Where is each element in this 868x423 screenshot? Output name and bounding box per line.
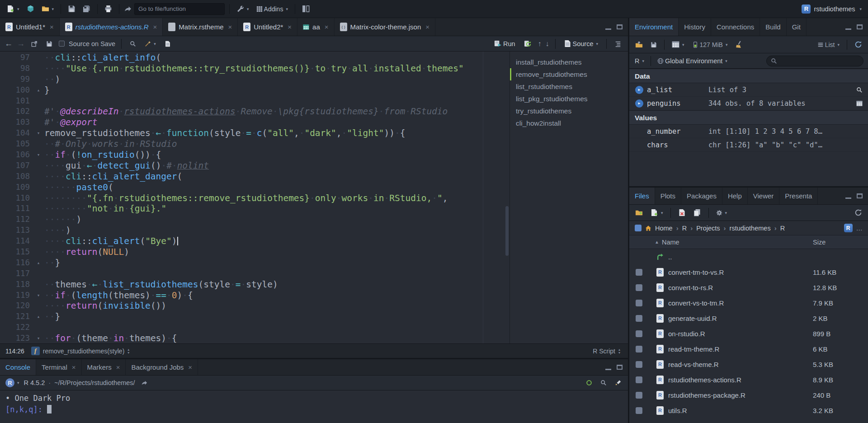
file-name[interactable]: rstudiothemes-actions.R xyxy=(668,376,813,384)
print-button[interactable] xyxy=(102,2,114,16)
file-checkbox[interactable] xyxy=(636,407,642,414)
source-button[interactable]: Source▾ xyxy=(561,37,600,51)
expand-object-icon[interactable]: ▶ xyxy=(635,99,643,108)
r-session-menu[interactable]: R▾ xyxy=(5,376,20,390)
outline-item[interactable]: list_pkg_rstudiothemes xyxy=(510,93,628,105)
tab-environment[interactable]: Environment xyxy=(629,18,679,36)
environment-search-input[interactable] xyxy=(780,57,859,64)
save-all-button[interactable] xyxy=(80,2,93,16)
file-type-menu[interactable]: R Script ▴▾ xyxy=(590,344,623,358)
next-section-button[interactable]: ↓ xyxy=(546,40,549,48)
file-row[interactable]: Rconvert-tm-to-vs.R11.6 KB xyxy=(629,264,868,280)
file-checkbox[interactable] xyxy=(636,284,642,291)
environment-search-box[interactable] xyxy=(766,56,863,66)
breadcrumb-item[interactable]: rstudiothemes xyxy=(730,225,771,232)
file-checkbox[interactable] xyxy=(636,346,642,352)
file-name[interactable]: read-tm-theme.R xyxy=(668,345,813,353)
fold-marker-icon[interactable]: ▾ xyxy=(33,333,44,343)
goto-file-input[interactable] xyxy=(134,3,225,15)
tab-packages[interactable]: Packages xyxy=(681,188,722,204)
source-tab[interactable]: { }Matrix-color-theme.json× xyxy=(335,18,435,36)
jump-to-menu[interactable]: f remove_rstudiothemes(style) ▴▾ xyxy=(29,344,132,358)
environment-selector[interactable]: Global Environment▾ xyxy=(656,54,728,68)
source-tab[interactable]: Matrix.rstheme× xyxy=(163,18,238,36)
save-document-button[interactable] xyxy=(44,37,55,51)
addins-button[interactable]: Addins▾ xyxy=(254,2,290,16)
file-name[interactable]: convert-tm-to-vs.R xyxy=(668,268,813,276)
maximize-button[interactable] xyxy=(857,193,863,198)
minimize-button[interactable] xyxy=(845,193,851,199)
scrollbar-thumb[interactable] xyxy=(505,206,509,256)
save-workspace-button[interactable] xyxy=(648,38,659,52)
refresh-environment-button[interactable] xyxy=(852,38,864,52)
source-tab[interactable]: RUntitled2*× xyxy=(238,18,297,36)
breadcrumb-more-button[interactable]: … xyxy=(856,225,863,232)
forward-button[interactable]: → xyxy=(17,39,25,48)
new-project-button[interactable] xyxy=(24,2,37,16)
size-column-header[interactable]: Size xyxy=(813,239,868,246)
file-row[interactable]: Rgenerate-uuid.R2 KB xyxy=(629,310,868,326)
refresh-files-button[interactable] xyxy=(852,206,864,220)
fold-marker-icon[interactable]: ▴ xyxy=(33,85,44,96)
maximize-button[interactable] xyxy=(617,365,623,370)
code-editor[interactable]: 97··cli::cli_alert_info(98····"Use·{.run… xyxy=(0,52,628,343)
tools-dropdown-button[interactable]: ▾ xyxy=(234,2,251,16)
file-row[interactable]: Rrstudiothemes-actions.R8.9 KB xyxy=(629,372,868,387)
fold-marker-icon[interactable]: ▾ xyxy=(33,128,44,139)
outline-item[interactable]: cli_how2install xyxy=(510,117,628,129)
file-name[interactable]: .. xyxy=(668,253,813,261)
copy-file-button[interactable] xyxy=(691,206,703,220)
tab-plots[interactable]: Plots xyxy=(655,188,681,204)
file-name[interactable]: rstudiothemes-package.R xyxy=(668,391,813,399)
more-file-commands-button[interactable]: ▾ xyxy=(714,206,730,220)
new-folder-button[interactable] xyxy=(633,206,645,220)
tab-viewer[interactable]: Viewer xyxy=(748,188,780,204)
file-name[interactable]: utils.R xyxy=(668,407,813,414)
code-tools-button[interactable]: ▾ xyxy=(142,37,158,51)
project-menu-button[interactable]: Rrstudiothemes▾ xyxy=(802,5,863,14)
file-name[interactable]: generate-uuid.R xyxy=(668,315,813,322)
new-file-button[interactable]: ▾ xyxy=(5,2,22,16)
tab-build[interactable]: Build xyxy=(760,18,786,36)
outline-item[interactable]: list_rstudiothemes xyxy=(510,80,628,93)
panes-layout-button[interactable] xyxy=(300,2,312,16)
sort-ascending-icon[interactable]: ▲ xyxy=(655,240,659,244)
breadcrumb-item[interactable]: Projects xyxy=(696,225,720,232)
file-checkbox[interactable] xyxy=(636,315,642,322)
environment-object-row[interactable]: charschr [1:26] "a" "b" "c" "d"… xyxy=(629,138,868,152)
file-name[interactable]: convert-vs-to-tm.R xyxy=(668,299,813,307)
search-console-button[interactable] xyxy=(598,376,609,390)
file-name[interactable]: convert-to-rs.R xyxy=(668,284,813,291)
console-output[interactable]: • One Dark Pro [n,k,q]: xyxy=(0,390,628,423)
open-file-button[interactable]: ▾ xyxy=(39,2,57,16)
maximize-button[interactable] xyxy=(857,24,863,29)
file-row[interactable]: Rconvert-vs-to-tm.R7.9 KB xyxy=(629,295,868,310)
minimize-button[interactable] xyxy=(605,24,611,30)
tab-close-icon[interactable]: × xyxy=(72,363,76,371)
load-workspace-button[interactable] xyxy=(633,38,645,52)
tab-close-icon[interactable]: × xyxy=(188,363,192,371)
previous-section-button[interactable]: ↑ xyxy=(538,40,542,48)
source-tab[interactable]: RUntitled1*× xyxy=(0,18,60,36)
outline-item[interactable]: install_rstudiothemes xyxy=(510,56,628,68)
minimize-button[interactable] xyxy=(605,365,611,370)
file-checkbox[interactable] xyxy=(636,392,642,399)
fold-marker-icon[interactable]: ▾ xyxy=(33,150,44,160)
file-row[interactable]: Rutils.R3.2 KB xyxy=(629,403,868,418)
breadcrumb-item[interactable]: Home xyxy=(655,225,673,232)
file-row[interactable]: Rconvert-to-rs.R12.8 KB xyxy=(629,280,868,295)
file-row[interactable]: .. xyxy=(629,249,868,264)
source-tab[interactable]: Rrstudiothemes-actions.R× xyxy=(60,18,163,36)
file-row[interactable]: Rread-tm-theme.R6 KB xyxy=(629,341,868,357)
file-row[interactable]: Rrstudiothemes-package.R240 B xyxy=(629,387,868,403)
file-row[interactable]: Rread-vs-theme.R5.3 KB xyxy=(629,357,868,372)
tab-presenta[interactable]: Presenta xyxy=(779,188,818,204)
fold-marker-icon[interactable]: ▴ xyxy=(33,311,44,322)
file-name[interactable]: on-rstudio.R xyxy=(668,330,813,338)
breadcrumb-item[interactable]: R xyxy=(682,225,687,232)
tab-close-icon[interactable]: × xyxy=(50,23,54,31)
tab-close-icon[interactable]: × xyxy=(425,23,429,31)
maximize-button[interactable] xyxy=(617,24,623,29)
environment-object-row[interactable]: ▶penguins344 obs. of 8 variables xyxy=(629,97,868,110)
file-checkbox[interactable] xyxy=(636,269,642,276)
